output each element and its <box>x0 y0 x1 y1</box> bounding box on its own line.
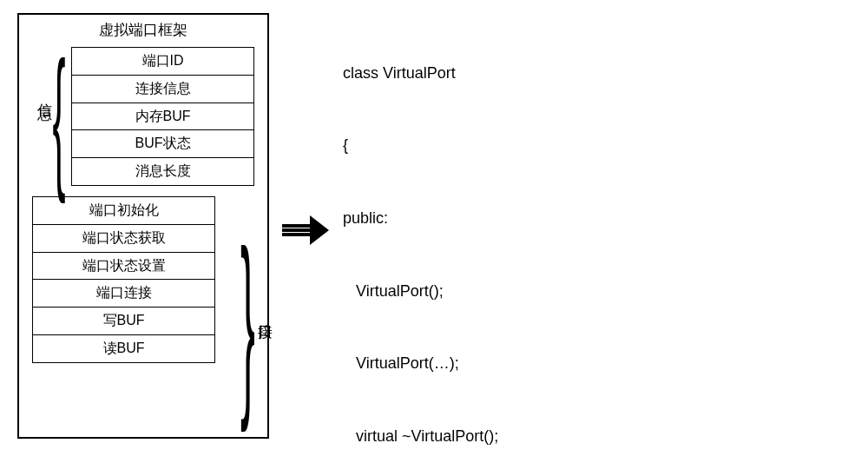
info-cell: 端口ID <box>72 48 253 76</box>
code-block: class VirtualPort { public: VirtualPort(… <box>343 13 868 463</box>
brace-right-icon: } <box>240 222 255 421</box>
code-line: VirtualPort(…); <box>343 352 868 376</box>
code-line: public: <box>343 207 868 231</box>
info-cell: 连接信息 <box>72 76 253 103</box>
code-line: VirtualPort(); <box>343 280 868 304</box>
info-cell: BUF状态 <box>72 130 253 158</box>
api-section-label: 接口 <box>255 312 275 319</box>
info-cell: 内存BUF <box>72 103 253 131</box>
api-cell: 写BUF <box>33 308 214 335</box>
code-line: { <box>343 134 868 158</box>
info-group-box: 端口ID 连接信息 内存BUF BUF状态 消息长度 <box>71 47 254 186</box>
info-section-label: 信息 <box>35 91 55 98</box>
code-line: class VirtualPort <box>343 62 868 86</box>
api-cell: 读BUF <box>33 335 214 362</box>
brace-left-icon: { <box>53 39 66 195</box>
api-cell: 端口状态获取 <box>33 225 214 253</box>
info-cell: 消息长度 <box>72 158 253 185</box>
api-group-box: 端口初始化 端口状态获取 端口状态设置 端口连接 写BUF 读BUF <box>32 196 215 363</box>
code-line: virtual ~VirtualPort(); <box>343 425 868 449</box>
diagram-panel: 虚拟端口框架 { 信息 端口ID 连接信息 内存BUF BUF状态 消息长度 端… <box>17 13 286 447</box>
arrow-icon <box>282 217 330 243</box>
api-cell: 端口连接 <box>33 280 214 308</box>
api-cell: 端口状态设置 <box>33 253 214 281</box>
framework-box: 虚拟端口框架 { 信息 端口ID 连接信息 内存BUF BUF状态 消息长度 端… <box>17 13 269 439</box>
